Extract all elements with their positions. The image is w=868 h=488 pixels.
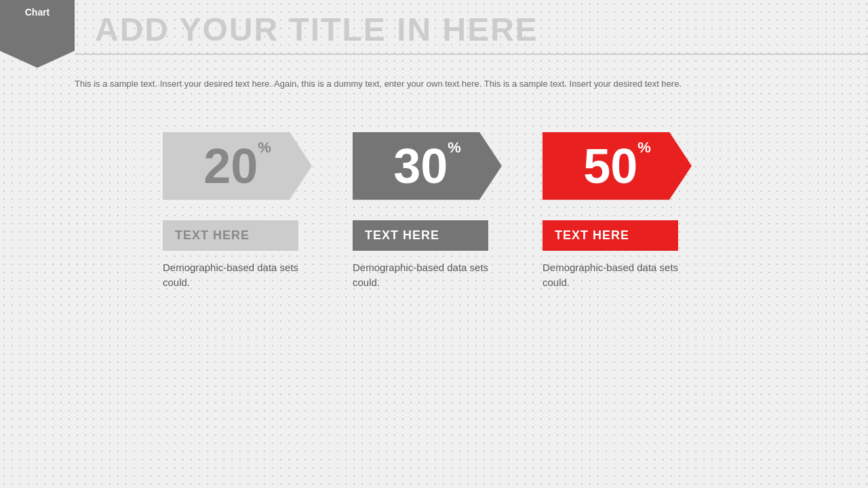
subtitle-text: This is a sample text. Insert your desir… bbox=[75, 77, 848, 92]
main-title: ADD YOUR TITLE IN HERE bbox=[95, 12, 848, 48]
text-badge-1: TEXT HERE bbox=[163, 220, 298, 251]
arrow-item-1: 20% TEXT HERE Demographic-based data set… bbox=[163, 132, 326, 291]
arrow-number-3: 50% bbox=[583, 142, 651, 190]
chart-tag-label: Chart bbox=[25, 7, 50, 18]
subtitle-wrapper: This is a sample text. Insert your desir… bbox=[0, 77, 868, 92]
description-3: Demographic-based data sets could. bbox=[542, 260, 685, 291]
text-badge-3: TEXT HERE bbox=[542, 220, 678, 251]
text-badge-2: TEXT HERE bbox=[353, 220, 488, 251]
arrow-number-2: 30% bbox=[393, 142, 461, 190]
arrow-number-1: 20% bbox=[203, 142, 271, 190]
arrow-shape-3: 50% bbox=[542, 132, 692, 200]
chart-tag: Chart bbox=[0, 0, 75, 68]
arrow-item-3: 50% TEXT HERE Demographic-based data set… bbox=[542, 132, 705, 291]
description-1: Demographic-based data sets could. bbox=[163, 260, 305, 291]
arrow-percent-1: % bbox=[258, 139, 271, 156]
arrow-percent-2: % bbox=[448, 139, 461, 156]
top-section: Chart ADD YOUR TITLE IN HERE bbox=[0, 0, 868, 68]
arrow-shape-1: 20% bbox=[163, 132, 312, 200]
arrow-shape-2: 30% bbox=[353, 132, 502, 200]
title-area: ADD YOUR TITLE IN HERE bbox=[75, 0, 868, 55]
arrow-item-2: 30% TEXT HERE Demographic-based data set… bbox=[353, 132, 515, 291]
arrow-percent-3: % bbox=[637, 139, 651, 156]
description-2: Demographic-based data sets could. bbox=[353, 260, 495, 291]
content-area: 20% TEXT HERE Demographic-based data set… bbox=[0, 132, 868, 291]
